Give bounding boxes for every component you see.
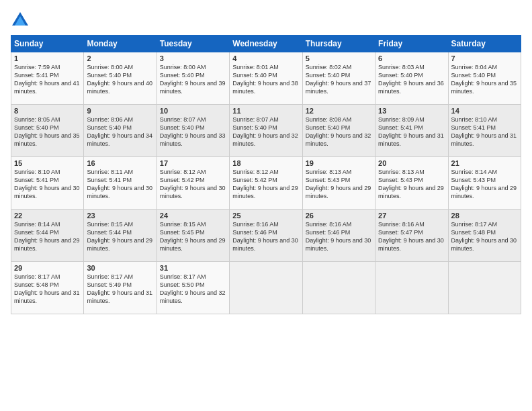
calendar-cell bbox=[302, 262, 375, 314]
sunrise-text: Sunrise: 8:00 AM bbox=[87, 64, 133, 71]
sunset-text: Sunset: 5:40 PM bbox=[451, 72, 496, 79]
calendar-table: SundayMondayTuesdayWednesdayThursdayFrid… bbox=[11, 35, 521, 314]
daylight-text: Daylight: 9 hours and 34 minutes. bbox=[87, 132, 152, 147]
sunrise-text: Sunrise: 8:16 AM bbox=[306, 221, 352, 228]
calendar-cell: 3 Sunrise: 8:00 AM Sunset: 5:40 PM Dayli… bbox=[157, 52, 229, 105]
day-number: 9 bbox=[87, 107, 153, 115]
calendar-cell: 1 Sunrise: 7:59 AM Sunset: 5:41 PM Dayli… bbox=[11, 52, 84, 105]
daylight-text: Daylight: 9 hours and 29 minutes. bbox=[451, 185, 517, 199]
sunrise-text: Sunrise: 8:14 AM bbox=[451, 169, 498, 175]
daylight-text: Daylight: 9 hours and 29 minutes. bbox=[306, 185, 371, 199]
sunset-text: Sunset: 5:40 PM bbox=[306, 72, 351, 79]
calendar-cell: 7 Sunrise: 8:04 AM Sunset: 5:40 PM Dayli… bbox=[448, 52, 521, 105]
sunset-text: Sunset: 5:41 PM bbox=[87, 177, 132, 183]
day-number: 22 bbox=[14, 212, 81, 220]
sunrise-text: Sunrise: 8:03 AM bbox=[378, 64, 425, 71]
sunset-text: Sunset: 5:41 PM bbox=[378, 124, 423, 131]
sunrise-text: Sunrise: 8:06 AM bbox=[87, 116, 133, 123]
sunrise-text: Sunrise: 8:08 AM bbox=[306, 116, 352, 123]
calendar-cell: 18 Sunrise: 8:12 AM Sunset: 5:42 PM Dayl… bbox=[230, 157, 302, 210]
sunset-text: Sunset: 5:40 PM bbox=[160, 124, 205, 131]
sunset-text: Sunset: 5:40 PM bbox=[87, 72, 132, 79]
sunrise-text: Sunrise: 8:02 AM bbox=[306, 64, 352, 71]
calendar-cell: 9 Sunrise: 8:06 AM Sunset: 5:40 PM Dayli… bbox=[84, 105, 157, 157]
sunset-text: Sunset: 5:46 PM bbox=[232, 229, 277, 236]
daylight-text: Daylight: 9 hours and 31 minutes. bbox=[14, 289, 80, 304]
day-number: 28 bbox=[451, 212, 518, 220]
day-number: 27 bbox=[378, 212, 445, 220]
daylight-text: Daylight: 9 hours and 30 minutes. bbox=[378, 237, 444, 252]
daylight-text: Daylight: 9 hours and 35 minutes. bbox=[14, 132, 80, 147]
calendar-cell: 2 Sunrise: 8:00 AM Sunset: 5:40 PM Dayli… bbox=[84, 52, 157, 105]
calendar-cell: 29 Sunrise: 8:17 AM Sunset: 5:48 PM Dayl… bbox=[11, 262, 84, 314]
daylight-text: Daylight: 9 hours and 30 minutes. bbox=[232, 237, 298, 252]
calendar-cell: 27 Sunrise: 8:16 AM Sunset: 5:47 PM Dayl… bbox=[375, 210, 448, 262]
daylight-text: Daylight: 9 hours and 37 minutes. bbox=[306, 80, 371, 95]
calendar-cell: 14 Sunrise: 8:10 AM Sunset: 5:41 PM Dayl… bbox=[448, 105, 521, 157]
day-number: 8 bbox=[14, 107, 81, 115]
calendar-cell: 24 Sunrise: 8:15 AM Sunset: 5:45 PM Dayl… bbox=[157, 210, 229, 262]
calendar-cell: 20 Sunrise: 8:13 AM Sunset: 5:43 PM Dayl… bbox=[375, 157, 448, 210]
daylight-text: Daylight: 9 hours and 32 minutes. bbox=[160, 289, 226, 304]
sunset-text: Sunset: 5:40 PM bbox=[306, 124, 351, 131]
sunrise-text: Sunrise: 8:07 AM bbox=[160, 116, 206, 123]
day-number: 4 bbox=[232, 54, 299, 62]
header bbox=[11, 11, 521, 30]
calendar-cell: 16 Sunrise: 8:11 AM Sunset: 5:41 PM Dayl… bbox=[84, 157, 157, 210]
sunset-text: Sunset: 5:41 PM bbox=[14, 177, 59, 183]
calendar-week-row: 22 Sunrise: 8:14 AM Sunset: 5:44 PM Dayl… bbox=[11, 210, 521, 262]
calendar-cell: 5 Sunrise: 8:02 AM Sunset: 5:40 PM Dayli… bbox=[302, 52, 375, 105]
day-number: 7 bbox=[451, 54, 518, 62]
calendar-week-row: 8 Sunrise: 8:05 AM Sunset: 5:40 PM Dayli… bbox=[11, 105, 521, 157]
daylight-text: Daylight: 9 hours and 29 minutes. bbox=[232, 185, 298, 199]
calendar-cell: 17 Sunrise: 8:12 AM Sunset: 5:42 PM Dayl… bbox=[157, 157, 229, 210]
calendar-cell: 30 Sunrise: 8:17 AM Sunset: 5:49 PM Dayl… bbox=[84, 262, 157, 314]
sunrise-text: Sunrise: 8:04 AM bbox=[451, 64, 498, 71]
calendar-cell: 4 Sunrise: 8:01 AM Sunset: 5:40 PM Dayli… bbox=[230, 52, 302, 105]
sunrise-text: Sunrise: 8:12 AM bbox=[232, 169, 279, 175]
daylight-text: Daylight: 9 hours and 30 minutes. bbox=[87, 185, 152, 199]
header-day: Monday bbox=[84, 36, 157, 52]
day-number: 19 bbox=[306, 159, 372, 167]
sunset-text: Sunset: 5:40 PM bbox=[87, 124, 132, 131]
sunset-text: Sunset: 5:41 PM bbox=[451, 124, 496, 131]
sunrise-text: Sunrise: 8:00 AM bbox=[160, 64, 206, 71]
sunset-text: Sunset: 5:46 PM bbox=[306, 229, 351, 236]
calendar-cell: 31 Sunrise: 8:17 AM Sunset: 5:50 PM Dayl… bbox=[157, 262, 229, 314]
header-day: Friday bbox=[375, 36, 448, 52]
day-number: 3 bbox=[160, 54, 226, 62]
sunset-text: Sunset: 5:43 PM bbox=[451, 177, 496, 183]
sunset-text: Sunset: 5:40 PM bbox=[232, 124, 277, 131]
sunrise-text: Sunrise: 8:10 AM bbox=[451, 116, 498, 123]
sunrise-text: Sunrise: 8:16 AM bbox=[232, 221, 279, 228]
day-number: 6 bbox=[378, 54, 445, 62]
day-number: 10 bbox=[160, 107, 226, 115]
day-number: 17 bbox=[160, 159, 226, 167]
daylight-text: Daylight: 9 hours and 30 minutes. bbox=[306, 237, 371, 252]
sunset-text: Sunset: 5:44 PM bbox=[87, 229, 132, 236]
sunrise-text: Sunrise: 8:13 AM bbox=[306, 169, 352, 175]
header-row: SundayMondayTuesdayWednesdayThursdayFrid… bbox=[11, 36, 521, 52]
sunset-text: Sunset: 5:48 PM bbox=[451, 229, 496, 236]
calendar-cell bbox=[375, 262, 448, 314]
calendar-cell: 22 Sunrise: 8:14 AM Sunset: 5:44 PM Dayl… bbox=[11, 210, 84, 262]
sunrise-text: Sunrise: 8:05 AM bbox=[14, 116, 60, 123]
daylight-text: Daylight: 9 hours and 35 minutes. bbox=[451, 80, 517, 95]
sunset-text: Sunset: 5:40 PM bbox=[14, 124, 59, 131]
sunrise-text: Sunrise: 8:14 AM bbox=[14, 221, 60, 228]
sunset-text: Sunset: 5:43 PM bbox=[306, 177, 351, 183]
daylight-text: Daylight: 9 hours and 31 minutes. bbox=[87, 289, 152, 304]
daylight-text: Daylight: 9 hours and 29 minutes. bbox=[14, 237, 80, 252]
sunset-text: Sunset: 5:44 PM bbox=[14, 229, 59, 236]
day-number: 23 bbox=[87, 212, 153, 220]
day-number: 20 bbox=[378, 159, 445, 167]
calendar-cell: 6 Sunrise: 8:03 AM Sunset: 5:40 PM Dayli… bbox=[375, 52, 448, 105]
calendar-cell: 26 Sunrise: 8:16 AM Sunset: 5:46 PM Dayl… bbox=[302, 210, 375, 262]
header-day: Saturday bbox=[448, 36, 521, 52]
day-number: 26 bbox=[306, 212, 372, 220]
sunset-text: Sunset: 5:50 PM bbox=[160, 281, 205, 288]
day-number: 25 bbox=[232, 212, 299, 220]
calendar-cell: 19 Sunrise: 8:13 AM Sunset: 5:43 PM Dayl… bbox=[302, 157, 375, 210]
day-number: 24 bbox=[160, 212, 226, 220]
day-number: 13 bbox=[378, 107, 445, 115]
